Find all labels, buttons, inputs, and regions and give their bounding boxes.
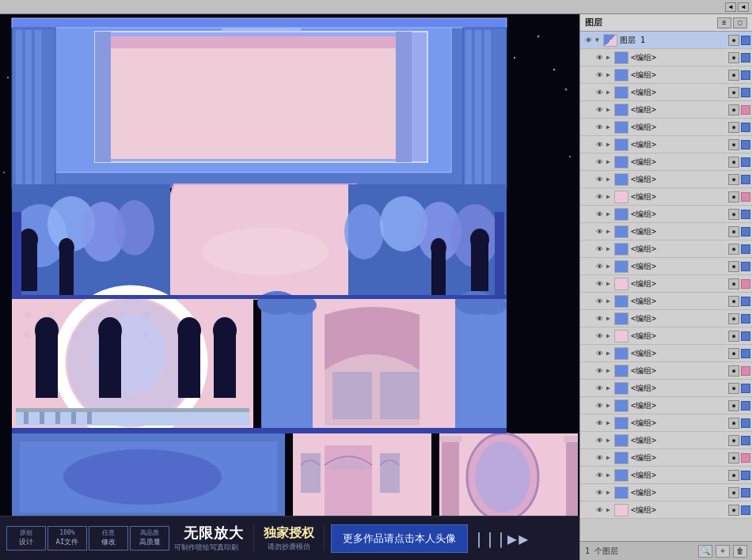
layer-row-25[interactable]: 👁▶<编组>◉ (580, 449, 752, 467)
layer-eye-btn-8[interactable]: ◉ (728, 157, 739, 168)
layer-color-sq-10[interactable] (741, 192, 750, 202)
layer-row-11[interactable]: 👁▶<编组>◉ (580, 206, 752, 223)
layer-visibility-25[interactable]: 👁 (593, 452, 606, 464)
layer-visibility-2[interactable]: 👁 (593, 51, 606, 64)
layer-row-5[interactable]: 👁▶<编组>◉ (580, 101, 752, 119)
layer-expand-18[interactable]: ▶ (606, 332, 614, 339)
panel-btn-2[interactable]: □ (733, 17, 747, 28)
layer-row-9[interactable]: 👁▶<编组>◉ (580, 171, 752, 188)
layer-expand-3[interactable]: ▶ (606, 71, 614, 78)
layer-expand-28[interactable]: ▶ (606, 506, 614, 513)
layer-row-22[interactable]: 👁▶<编组>◉ (580, 397, 752, 414)
layer-eye-btn-28[interactable]: ◉ (728, 505, 739, 516)
layer-row-26[interactable]: 👁▶<编组>◉ (580, 467, 752, 484)
layer-visibility-18[interactable]: 👁 (593, 330, 606, 342)
layer-visibility-5[interactable]: 👁 (593, 104, 606, 116)
layer-color-sq-22[interactable] (741, 401, 750, 411)
layer-row-17[interactable]: 👁▶<编组>◉ (580, 310, 752, 327)
layer-color-sq-28[interactable] (741, 505, 750, 515)
layer-expand-1[interactable]: ▼ (595, 36, 603, 44)
layer-row-6[interactable]: 👁▶<编组>◉ (580, 119, 752, 136)
panel-btn-1[interactable]: ≡ (717, 17, 731, 28)
layer-color-sq-18[interactable] (741, 331, 750, 341)
layer-eye-btn-23[interactable]: ◉ (728, 418, 739, 429)
layer-color-sq-23[interactable] (741, 418, 750, 428)
layers-list[interactable]: 👁▼图层 1◉👁▶<编组>◉👁▶<编组>◉👁▶<编组>◉👁▶<编组>◉👁▶<编组… (580, 32, 752, 541)
layer-visibility-6[interactable]: 👁 (593, 121, 606, 134)
layer-eye-btn-15[interactable]: ◉ (728, 278, 739, 289)
layer-row-28[interactable]: 👁▶<编组>◉ (580, 501, 752, 519)
layer-eye-btn-21[interactable]: ◉ (728, 383, 739, 394)
layer-visibility-12[interactable]: 👁 (593, 225, 606, 238)
layer-row-23[interactable]: 👁▶<编组>◉ (580, 414, 752, 432)
layer-expand-20[interactable]: ▶ (606, 367, 614, 374)
layer-expand-10[interactable]: ▶ (606, 193, 614, 200)
delete-layer-button[interactable]: 🗑 (733, 545, 747, 558)
layer-eye-btn-26[interactable]: ◉ (728, 470, 739, 481)
layer-color-sq-1[interactable] (741, 36, 750, 45)
collapse-button[interactable]: ◀ (725, 2, 736, 12)
layer-expand-17[interactable]: ▶ (606, 315, 614, 322)
layer-expand-8[interactable]: ▶ (606, 158, 614, 165)
layer-visibility-14[interactable]: 👁 (593, 260, 606, 273)
layer-color-sq-11[interactable] (741, 210, 750, 219)
layer-eye-btn-9[interactable]: ◉ (728, 174, 739, 185)
layer-expand-14[interactable]: ▶ (606, 263, 614, 270)
layer-color-sq-15[interactable] (741, 279, 750, 289)
layer-eye-btn-4[interactable]: ◉ (728, 87, 739, 98)
layer-expand-23[interactable]: ▶ (606, 419, 614, 426)
layer-eye-btn-24[interactable]: ◉ (728, 435, 739, 446)
layer-expand-7[interactable]: ▶ (606, 141, 614, 148)
layer-color-sq-3[interactable] (741, 70, 750, 80)
layer-expand-15[interactable]: ▶ (606, 280, 614, 287)
layer-row-15[interactable]: 👁▶<编组>◉ (580, 275, 752, 293)
layer-expand-25[interactable]: ▶ (606, 454, 614, 461)
layer-row-12[interactable]: 👁▶<编组>◉ (580, 223, 752, 240)
layer-color-sq-17[interactable] (741, 314, 750, 324)
layer-visibility-16[interactable]: 👁 (593, 295, 606, 308)
layer-color-sq-13[interactable] (741, 244, 750, 254)
layer-row-4[interactable]: 👁▶<编组>◉ (580, 84, 752, 101)
layer-expand-6[interactable]: ▶ (606, 123, 614, 131)
layer-eye-btn-19[interactable]: ◉ (728, 348, 739, 359)
layer-row-2[interactable]: 👁▶<编组>◉ (580, 49, 752, 66)
layer-color-sq-26[interactable] (741, 471, 750, 480)
layer-visibility-9[interactable]: 👁 (593, 173, 606, 186)
layer-row-24[interactable]: 👁▶<编组>◉ (580, 432, 752, 449)
layer-visibility-20[interactable]: 👁 (593, 365, 606, 377)
layer-visibility-17[interactable]: 👁 (593, 312, 606, 325)
layer-visibility-15[interactable]: 👁 (593, 278, 606, 290)
layer-color-sq-12[interactable] (741, 227, 750, 236)
layer-expand-9[interactable]: ▶ (606, 176, 614, 183)
layer-row-7[interactable]: 👁▶<编组>◉ (580, 136, 752, 153)
layer-visibility-8[interactable]: 👁 (593, 156, 606, 168)
layer-expand-12[interactable]: ▶ (606, 228, 614, 235)
more-works-button[interactable]: 更多作品请点击本人头像 (331, 524, 468, 553)
layer-visibility-26[interactable]: 👁 (593, 469, 606, 482)
layer-row-19[interactable]: 👁▶<编组>◉ (580, 345, 752, 362)
layer-eye-btn-17[interactable]: ◉ (728, 313, 739, 324)
layer-row-18[interactable]: 👁▶<编组>◉ (580, 327, 752, 345)
layer-expand-26[interactable]: ▶ (606, 471, 614, 479)
layer-row-21[interactable]: 👁▶<编组>◉ (580, 380, 752, 397)
layer-row-1[interactable]: 👁▼图层 1◉ (580, 32, 752, 49)
layer-expand-13[interactable]: ▶ (606, 245, 614, 252)
layer-expand-19[interactable]: ▶ (606, 350, 614, 357)
search-layers-button[interactable]: 🔍 (698, 545, 712, 558)
layer-visibility-22[interactable]: 👁 (593, 399, 606, 412)
layer-row-14[interactable]: 👁▶<编组>◉ (580, 258, 752, 275)
layer-color-sq-2[interactable] (741, 53, 750, 62)
layer-eye-btn-11[interactable]: ◉ (728, 209, 739, 220)
layer-color-sq-20[interactable] (741, 366, 750, 376)
layer-eye-btn-22[interactable]: ◉ (728, 400, 739, 411)
layer-expand-22[interactable]: ▶ (606, 402, 614, 409)
layer-visibility-21[interactable]: 👁 (593, 382, 606, 395)
layer-visibility-13[interactable]: 👁 (593, 243, 606, 255)
layer-expand-16[interactable]: ▶ (606, 297, 614, 305)
layer-row-27[interactable]: 👁▶<编组>◉ (580, 484, 752, 501)
layer-eye-btn-12[interactable]: ◉ (728, 226, 739, 237)
layer-visibility-4[interactable]: 👁 (593, 86, 606, 99)
layer-color-sq-9[interactable] (741, 175, 750, 184)
layer-eye-btn-14[interactable]: ◉ (728, 261, 739, 272)
layer-visibility-10[interactable]: 👁 (593, 191, 606, 203)
